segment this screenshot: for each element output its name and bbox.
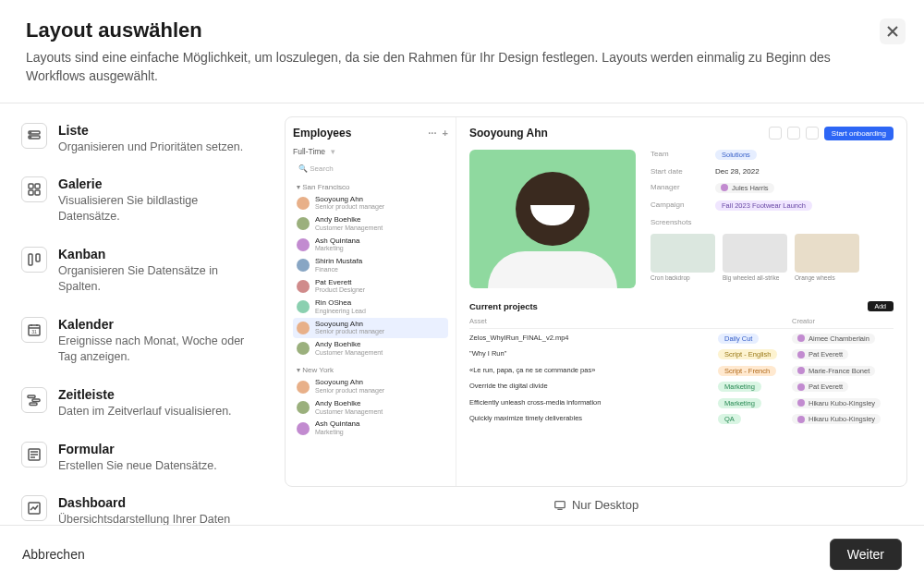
- layout-desc: Erstellen Sie neue Datensätze.: [58, 458, 258, 474]
- svg-rect-17: [30, 403, 37, 406]
- layout-title: Formular: [58, 442, 258, 456]
- svg-text:31: 31: [31, 328, 37, 334]
- layout-desc: Ereignisse nach Monat, Woche oder Tag an…: [58, 334, 258, 365]
- dashboard-icon: [21, 495, 47, 521]
- list-icon: [21, 123, 47, 149]
- layout-title: Kalender: [58, 317, 258, 332]
- preview-record-name: Sooyoung Ahn: [469, 127, 548, 140]
- gallery-icon: [21, 176, 47, 202]
- preview-list-title: Employees: [293, 127, 351, 140]
- timeline-icon: [21, 387, 47, 413]
- svg-rect-8: [29, 254, 32, 265]
- preview-sidebar: Employees··· + Full-Time▾ 🔍 Search ▾ San…: [286, 117, 456, 486]
- layout-desc: Organisieren und Prioritäten setzen.: [58, 140, 258, 155]
- svg-point-2: [30, 132, 31, 133]
- calendar-icon: 31: [21, 317, 47, 343]
- close-icon: [886, 25, 899, 38]
- layout-list: ListeOrganisieren und Prioritäten setzen…: [0, 103, 275, 525]
- layout-option-formular[interactable]: FormularErstellen Sie neue Datensätze.: [9, 431, 270, 484]
- modal-header: Layout auswählen Layouts sind eine einfa…: [0, 0, 924, 103]
- svg-rect-6: [29, 190, 33, 195]
- modal-body: ListeOrganisieren und Prioritäten setzen…: [0, 103, 924, 525]
- layout-desc: Visualisieren Sie bildlastige Datensätze…: [58, 193, 258, 225]
- layout-title: Zeitleiste: [58, 387, 258, 402]
- layout-title: Dashboard: [58, 495, 258, 510]
- layout-title: Galerie: [58, 176, 258, 191]
- svg-rect-25: [555, 501, 565, 507]
- preview-caption: Nur Desktop: [285, 487, 907, 516]
- layout-desc: Übersichtsdarstellung Ihrer Daten anhand…: [58, 512, 258, 525]
- svg-rect-4: [29, 184, 33, 188]
- preview-photo: [469, 150, 636, 288]
- form-icon: [21, 442, 47, 468]
- svg-point-3: [30, 137, 31, 138]
- desktop-icon: [553, 499, 566, 512]
- preview-tab: Full-Time: [293, 147, 325, 156]
- preview-detail: Sooyoung Ahn Start onboarding TeamSoluti…: [456, 117, 906, 486]
- svg-rect-15: [28, 395, 35, 398]
- modal-footer: Abbrechen Weiter: [0, 525, 924, 583]
- cancel-button[interactable]: Abbrechen: [22, 547, 85, 562]
- layout-title: Liste: [58, 123, 258, 138]
- svg-rect-16: [32, 399, 40, 402]
- preview-cta: Start onboarding: [824, 127, 894, 140]
- kanban-icon: [21, 247, 47, 273]
- svg-rect-5: [35, 184, 40, 188]
- preview-image: Employees··· + Full-Time▾ 🔍 Search ▾ San…: [285, 116, 907, 487]
- preview-group-label: ▾ New York: [293, 366, 448, 374]
- preview-search: 🔍 Search: [293, 162, 448, 176]
- layout-option-liste[interactable]: ListeOrganisieren und Prioritäten setzen…: [9, 113, 270, 165]
- layout-option-kanban[interactable]: KanbanOrganisieren Sie Datensätze in Spa…: [9, 237, 270, 305]
- layout-preview: Employees··· + Full-Time▾ 🔍 Search ▾ San…: [275, 103, 924, 525]
- layout-title: Kanban: [58, 247, 258, 261]
- close-button[interactable]: [880, 18, 906, 44]
- svg-rect-7: [35, 190, 40, 195]
- layout-option-zeitleiste[interactable]: ZeitleisteDaten im Zeitverlauf visualisi…: [9, 377, 270, 430]
- preview-add-icon: ··· +: [428, 128, 448, 139]
- page-subtitle: Layouts sind eine einfache Möglichkeit, …: [26, 48, 876, 86]
- page-title: Layout auswählen: [26, 18, 898, 43]
- layout-option-dashboard[interactable]: DashboardÜbersichtsdarstellung Ihrer Dat…: [9, 485, 270, 525]
- svg-rect-9: [36, 254, 40, 261]
- layout-desc: Organisieren Sie Datensätze in Spalten.: [58, 263, 258, 295]
- layout-option-galerie[interactable]: GalerieVisualisieren Sie bildlastige Dat…: [9, 166, 270, 235]
- layout-option-kalender[interactable]: 31 KalenderEreignisse nach Monat, Woche …: [9, 307, 270, 375]
- next-button[interactable]: Weiter: [830, 539, 902, 570]
- preview-group-label: ▾ San Francisco: [293, 183, 448, 191]
- layout-desc: Daten im Zeitverlauf visualisieren.: [58, 404, 258, 419]
